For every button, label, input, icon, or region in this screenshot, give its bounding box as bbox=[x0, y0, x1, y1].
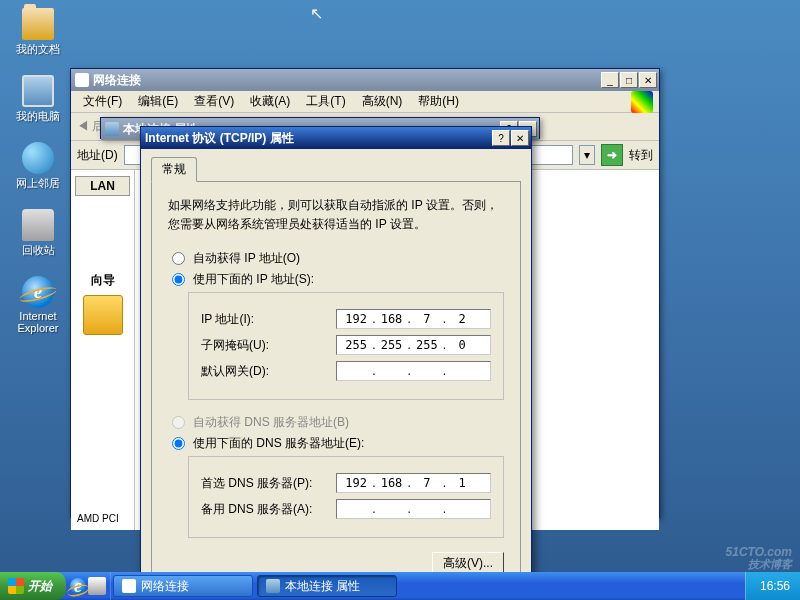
menu-edit[interactable]: 编辑(E) bbox=[132, 91, 184, 112]
device-text: AMD PCI bbox=[77, 513, 119, 524]
address-label: 地址(D) bbox=[77, 147, 118, 164]
menu-help[interactable]: 帮助(H) bbox=[412, 91, 465, 112]
desktop-icon-computer[interactable]: 我的电脑 bbox=[8, 75, 68, 124]
dropdown-icon[interactable]: ▾ bbox=[579, 145, 595, 165]
desktop-icon-documents[interactable]: 我的文档 bbox=[8, 8, 68, 57]
description-text: 如果网络支持此功能，则可以获取自动指派的 IP 设置。否则，您需要从网络系统管理… bbox=[168, 196, 504, 234]
taskbar-item-network[interactable]: 网络连接 bbox=[113, 575, 253, 597]
menubar: 文件(F) 编辑(E) 查看(V) 收藏(A) 工具(T) 高级(N) 帮助(H… bbox=[71, 91, 659, 113]
system-tray[interactable]: 16:56 bbox=[745, 572, 800, 600]
network-icon bbox=[75, 73, 89, 87]
go-label: 转到 bbox=[629, 147, 653, 164]
lan-header: LAN bbox=[75, 176, 130, 196]
radio-auto-dns-input bbox=[172, 416, 185, 429]
tab-general[interactable]: 常规 bbox=[151, 157, 197, 182]
maximize-button[interactable]: □ bbox=[620, 72, 638, 88]
network-places-icon bbox=[22, 142, 54, 174]
go-button[interactable]: ➜ bbox=[601, 144, 623, 166]
tab-strip: 常规 bbox=[151, 157, 521, 182]
preferred-dns-field: 首选 DNS 服务器(P): . . . bbox=[201, 473, 491, 493]
taskbar: 开始 网络连接 本地连接 属性 16:56 bbox=[0, 572, 800, 600]
watermark: 51CTO.com技术博客 bbox=[726, 541, 792, 570]
help-button[interactable]: ? bbox=[492, 130, 510, 146]
subnet-mask-input[interactable]: . . . bbox=[336, 335, 491, 355]
radio-manual-dns[interactable]: 使用下面的 DNS 服务器地址(E): bbox=[172, 435, 504, 452]
subnet-mask-field: 子网掩码(U): . . . bbox=[201, 335, 491, 355]
dns-fieldset: 首选 DNS 服务器(P): . . . 备用 DNS 服务器(A): . . bbox=[188, 456, 504, 538]
radio-manual-dns-input[interactable] bbox=[172, 437, 185, 450]
lan-icon bbox=[266, 579, 280, 593]
desktop-icon-network[interactable]: 网上邻居 bbox=[8, 142, 68, 191]
taskbar-item-lan-props[interactable]: 本地连接 属性 bbox=[257, 575, 397, 597]
desktop-icon-ie[interactable]: Internet Explorer bbox=[8, 276, 68, 334]
menu-advanced[interactable]: 高级(N) bbox=[356, 91, 409, 112]
ip-address-input[interactable]: . . . bbox=[336, 309, 491, 329]
preferred-dns-input[interactable]: . . . bbox=[336, 473, 491, 493]
clock: 16:56 bbox=[760, 579, 790, 593]
desktop-icons: 我的文档 我的电脑 网上邻居 回收站 Internet Explorer bbox=[8, 8, 68, 334]
start-button[interactable]: 开始 bbox=[0, 572, 66, 600]
dialog-tcpip-properties[interactable]: Internet 协议 (TCP/IP) 属性 ? ✕ 常规 如果网络支持此功能… bbox=[140, 126, 532, 600]
radio-manual-ip[interactable]: 使用下面的 IP 地址(S): bbox=[172, 271, 504, 288]
radio-auto-ip[interactable]: 自动获得 IP 地址(O) bbox=[172, 250, 504, 267]
left-panel: LAN 向导 AMD PCI bbox=[71, 170, 135, 530]
wizard-icon[interactable] bbox=[83, 295, 123, 335]
alternate-dns-field: 备用 DNS 服务器(A): . . . bbox=[201, 499, 491, 519]
ql-ie-icon[interactable] bbox=[70, 578, 86, 594]
alternate-dns-input[interactable]: . . . bbox=[336, 499, 491, 519]
dns1-label: 首选 DNS 服务器(P): bbox=[201, 475, 336, 492]
recycle-bin-icon bbox=[22, 209, 54, 241]
network-icon bbox=[122, 579, 136, 593]
windows-logo-icon bbox=[8, 578, 24, 594]
menu-favorites[interactable]: 收藏(A) bbox=[244, 91, 296, 112]
desktop-icon-recycle[interactable]: 回收站 bbox=[8, 209, 68, 258]
dns2-label: 备用 DNS 服务器(A): bbox=[201, 501, 336, 518]
radio-manual-ip-input[interactable] bbox=[172, 273, 185, 286]
radio-auto-ip-input[interactable] bbox=[172, 252, 185, 265]
dialog-body: 常规 如果网络支持此功能，则可以获取自动指派的 IP 设置。否则，您需要从网络系… bbox=[141, 149, 531, 599]
ip-address-field: IP 地址(I): . . . bbox=[201, 309, 491, 329]
gateway-input[interactable]: . . . bbox=[336, 361, 491, 381]
gw-label: 默认网关(D): bbox=[201, 363, 336, 380]
menu-view[interactable]: 查看(V) bbox=[188, 91, 240, 112]
window-title: 网络连接 bbox=[93, 72, 601, 89]
titlebar-tcpip[interactable]: Internet 协议 (TCP/IP) 属性 ? ✕ bbox=[141, 127, 531, 149]
desktop: 我的文档 我的电脑 网上邻居 回收站 Internet Explorer ↖ 5… bbox=[0, 0, 800, 600]
ip-label: IP 地址(I): bbox=[201, 311, 336, 328]
ip-fieldset: IP 地址(I): . . . 子网掩码(U): . . bbox=[188, 292, 504, 400]
wizard-label: 向导 bbox=[75, 272, 130, 289]
mask-label: 子网掩码(U): bbox=[201, 337, 336, 354]
computer-icon bbox=[22, 75, 54, 107]
close-button[interactable]: ✕ bbox=[511, 130, 529, 146]
menu-tools[interactable]: 工具(T) bbox=[300, 91, 351, 112]
ql-desktop-icon[interactable] bbox=[88, 577, 106, 595]
minimize-button[interactable]: _ bbox=[601, 72, 619, 88]
windows-logo-icon bbox=[631, 91, 653, 113]
tab-panel: 如果网络支持此功能，则可以获取自动指派的 IP 设置。否则，您需要从网络系统管理… bbox=[151, 181, 521, 589]
titlebar-network[interactable]: 网络连接 _ □ ✕ bbox=[71, 69, 659, 91]
folder-icon bbox=[22, 8, 54, 40]
dialog-title: Internet 协议 (TCP/IP) 属性 bbox=[145, 130, 492, 147]
quick-launch bbox=[66, 572, 111, 600]
close-button[interactable]: ✕ bbox=[639, 72, 657, 88]
mouse-cursor: ↖ bbox=[310, 4, 323, 23]
gateway-field: 默认网关(D): . . . bbox=[201, 361, 491, 381]
lan-icon bbox=[105, 122, 119, 136]
menu-file[interactable]: 文件(F) bbox=[77, 91, 128, 112]
radio-auto-dns: 自动获得 DNS 服务器地址(B) bbox=[172, 414, 504, 431]
ie-icon bbox=[22, 276, 54, 308]
